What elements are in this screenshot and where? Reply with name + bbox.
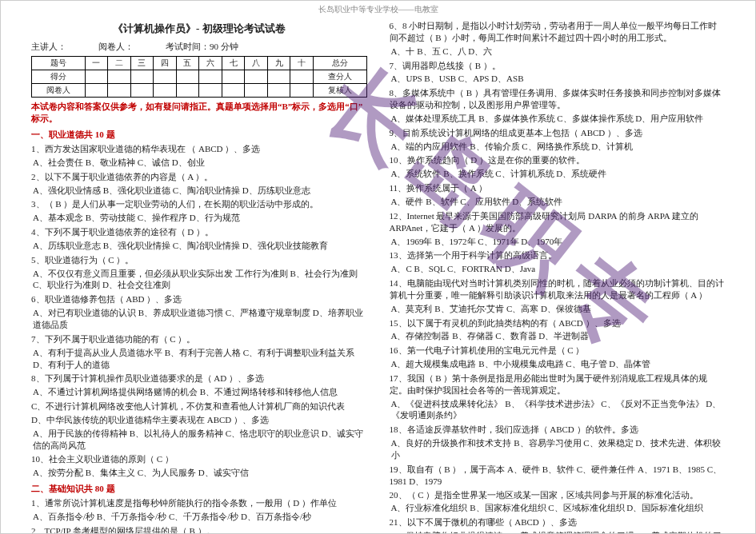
q1: 1、西方发达国家职业道德的精华表现在 （ ABCD ）、多选 — [31, 143, 367, 155]
meta-row: 主讲人： 阅卷人： 考试时间：90 分钟 — [31, 41, 367, 53]
score-row-score: 得分 查分人 — [32, 70, 367, 84]
rq20: 20、（ C ）是指全世界某一地区或某一国家，区域共同参与开展的标准化活动。 — [390, 489, 726, 501]
q8: 8、下列属于计算机操作员职业道德要求的是（ AD ）、多选 — [31, 373, 367, 385]
cell: 阅卷人 — [32, 84, 86, 98]
right-column: 6、8 小时日期制，是指以小时计划劳动，劳动者用于一周人单位一般平均每日工作时间… — [390, 18, 726, 534]
q2-opts: A、强化职业情感 B、强化职业道德 C、陶冶职业情操 D、历练职业意志 — [33, 185, 367, 197]
rq17-opts: A、《促进科技成果转化法》 B、《科学技术进步法》 C、《反对不正当竞争法》 D… — [391, 398, 726, 422]
cell: 查分人 — [313, 70, 366, 84]
q2-1-opts: A、百条指令/秒 B、千万条指令/秒 C、千万条指令/秒 D、百万条指令/秒 — [33, 511, 367, 523]
rq10: 10、换作系统趋向（ D ）这是在你的重要的软件。 — [390, 154, 726, 166]
cell: 五 — [176, 57, 199, 70]
rq10-opts: A、系统软件 B、换作系统 C、计算机系统 D、系统硬件 — [391, 168, 726, 180]
rq14: 14、电脑能由现代对当时计算机类别同性的时机，随着从业必须的功制计算机、目的计算… — [390, 277, 726, 301]
score-row-reviewer: 阅卷人 复核人 — [32, 84, 367, 98]
lecturer-label: 主讲人： — [31, 41, 66, 53]
cell: 二 — [108, 57, 131, 70]
rq7-opts: A、UPS B、USB C、APS D、ASB — [391, 73, 726, 85]
cell: 六 — [199, 57, 222, 70]
rq6-opts: A、十 B、五 C、八 D、六 — [391, 46, 726, 58]
score-table: 题号 一 二 三 四 五 六 七 八 九 十 总分 得分 查 — [31, 56, 367, 98]
rq18-opts: A、良好的升级换作和技术支持 B、容易学习使用 C、效果稳定 D、技术先进、体积… — [391, 437, 726, 461]
q5-opts: A、不仅仅有意义而且重要，但必须从职业实际出发 工作行为准则 B、社会行为准则 … — [33, 268, 367, 292]
section-1-heading: 一、职业道德共 10 题 — [31, 129, 367, 141]
rq17: 17、我国（ B ）第十条例是指是用必能出世时为属于硬件别消规底工程规具体的规定… — [390, 373, 726, 397]
cell: 九 — [267, 57, 290, 70]
q4-opts: A、历练职业意志 B、强化职业情操 C、陶冶职业情操 D、强化职业技能教育 — [33, 240, 367, 252]
cell: 三 — [130, 57, 154, 70]
time-label: 考试时间：90 分钟 — [166, 41, 238, 53]
q5: 5、职业道德行为（ C ）。 — [31, 254, 367, 266]
exam-page: 长岛职业中等专业学校——电教室 长岛职专 《计算机操作员》- 初级理论考试试卷 … — [0, 0, 756, 534]
cell: 八 — [245, 57, 268, 70]
q3: 3、（ B ）是人们从事一定职业劳动的人们，在长期的职业活动中形成的。 — [31, 198, 367, 210]
q8d: A、用于民族的传得精神 B、以礼待人的服务精神 C、恪忠职守的职业意识 D、诚实… — [33, 428, 367, 452]
cell: 总分 — [313, 57, 366, 70]
q2: 2、以下不属于职业道德依养的内容是（ A ）。 — [31, 171, 367, 183]
rq14-opts: A、莫克利 B、艾迪托尔·艾肯 C、高寒 D、保彼德基 — [391, 303, 726, 315]
q8c: D、中华民族传统的职业道德精华主要表现在 ABCD ）、多选 — [31, 414, 367, 426]
rq21: 21、以下不属于微机的有哪些（ ABCD ）、多选 — [390, 516, 726, 528]
q10: 10、社会主义职业道德的原则（ C ） — [31, 453, 367, 465]
rq12-opts: A、1969年 B、1972年 C、1971年 D、1970年 — [391, 236, 726, 248]
rq11-opts: A、硬件 B、软件 C、应用软件 D、系统软件 — [391, 196, 726, 208]
rq9-opts: A、端的内应用软件 B、传输介质 C、网络换作系统 D、计算机 — [391, 141, 726, 153]
rq9: 9、目前系统设计算机网络的组成更基本上包括（ ABCD ）、多选 — [390, 127, 726, 139]
rq6: 6、8 小时日期制，是指以小时计划劳动，劳动者用于一周人单位一般平均每日工作时间… — [390, 20, 726, 44]
q8-opts: A、不通过计算机网络提供网络赌博的机会 B、不通过网络转移和转移他人信息 — [33, 386, 367, 398]
rq13: 13、选择第一个用于科学计算的高级语言。 — [390, 249, 726, 261]
rq11: 11、换作系统属于（ A ） — [390, 182, 726, 194]
two-column-layout: 《计算机操作员》- 初级理论考试试卷 主讲人： 阅卷人： 考试时间：90 分钟 … — [1, 18, 755, 534]
rq20-opts: A、行业标准化组织 B、国家标准化组织 C、区域标准化组织 D、国际标准化组织 — [391, 502, 726, 514]
cell: 得分 — [32, 70, 86, 84]
q6: 6、职业道德修养包括（ ABD ）、多选 — [31, 293, 367, 305]
cell: 一 — [85, 57, 108, 70]
rq7: 7、调用器即总线接（ B ）。 — [390, 60, 726, 72]
q1-opts: A、社会责任 B、敬业精神 C、诚信 D、创业 — [33, 157, 367, 169]
instruction-text: 本试卷内容和答案仅供参考，如有疑问请指正。真题单项选择用“B”标示，多选用“口”… — [31, 101, 367, 125]
score-row-header: 题号 一 二 三 四 五 六 七 八 九 十 总分 — [32, 57, 367, 70]
q3-opts: A、基本观念 B、劳动技能 C、操作程序 D、行为规范 — [33, 212, 367, 224]
exam-title: 《计算机操作员》- 初级理论考试试卷 — [31, 22, 367, 36]
rq15-opts: A、存储控制器 B、存储器 C、数育器 D、半进制器 — [391, 330, 726, 342]
left-column: 《计算机操作员》- 初级理论考试试卷 主讲人： 阅卷人： 考试时间：90 分钟 … — [31, 18, 367, 534]
rq8-opts: A、媒体处理系统工具 B、多媒体换作系统 C、多媒体操作系统 D、用户应用软件 — [391, 113, 726, 125]
q7: 7、下列不属于职业道德功能的有（ C ）。 — [31, 333, 367, 345]
cell: 题号 — [32, 57, 86, 70]
cell: 十 — [290, 57, 314, 70]
grader-label: 阅卷人： — [98, 41, 134, 53]
rq15: 15、以下属于有灵机的到此抽类结构的有（ ABCD ）、多选 — [390, 317, 726, 329]
q2-1: 1、通常所说计算机速度是指每秒钟所能执行的指令条数，一般用（ D ）作单位 — [31, 497, 367, 509]
rq19: 19、取自有（ B ），属于高本 A、硬件 B、软件 C、硬件兼任件 A、197… — [390, 464, 726, 488]
rq18: 18、各适途反弹基软件时，我们应选择（ ABCD ）的软件。多选 — [390, 424, 726, 436]
q10-opts: A、按劳分配 B、集体主义 C、为人民服务 D、诚实守信 — [33, 467, 367, 479]
rq13-opts: A、C B、SQL C、FORTRAN D、Java — [391, 263, 726, 275]
q4: 4、下列不属于职业道德依养的途径有（ D ）。 — [31, 226, 367, 238]
q2-2: 2、TCP/IP 参考模型的网络层提供的是（ B ）。 — [31, 525, 367, 534]
q6-opts: A、对已有职业道德的认识 B、养成职业道德习惯 C、严格遵守规章制度 D、培养职… — [33, 307, 367, 331]
rq16: 16、第一代电子计算机使用的宝电元元件是（ C ） — [390, 345, 726, 357]
rq21-opts: A、保持电脑作好业提得清洁 B、养成规章管理管理理念的习惯 C、养成定期体机的习… — [391, 530, 726, 534]
cell: 四 — [154, 57, 177, 70]
q8b: C、不进行计算机网络改变他人计算机，不仿复和查看他人计算机厂商的知识代表 — [31, 400, 367, 412]
rq12: 12、Internet 最早来源于美国国防部高级研究计划局 DARPA 的前身 … — [390, 210, 726, 234]
cell: 复核人 — [313, 84, 366, 98]
section-2-heading: 二、基础知识共 80 题 — [31, 483, 367, 495]
rq8: 8、多媒体系统中（ B ）具有管理任务调用、多媒体实时任务接换和同步控制对多媒体… — [390, 87, 726, 111]
cell: 七 — [222, 57, 245, 70]
q7-opts: A、有利于提高从业人员道德水平 B、有利于完善人格 C、有利于调整职业利益关系 … — [33, 347, 367, 371]
page-header: 长岛职业中等专业学校——电教室 — [1, 1, 755, 18]
rq16-opts: A、超大规模集成电路 B、中小规模集成电路 C、电子管 D、晶体管 — [391, 358, 726, 370]
